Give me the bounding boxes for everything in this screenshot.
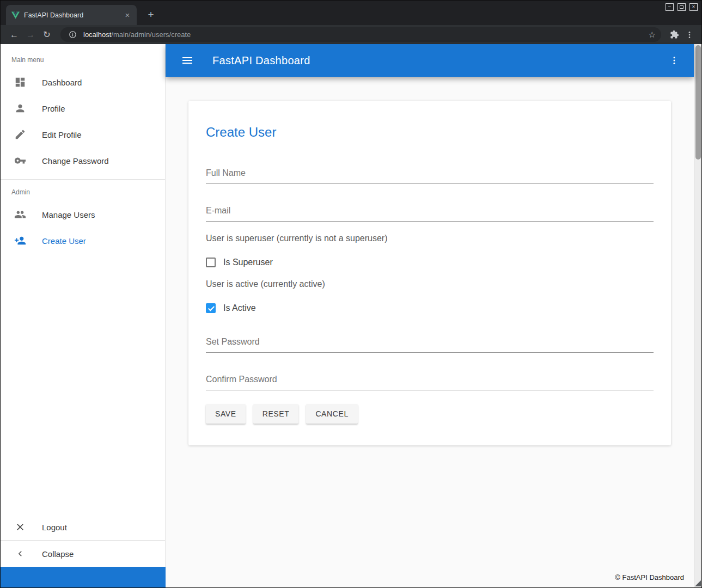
dashboard-icon — [14, 76, 27, 89]
page: Main menu Dashboard Profile — [1, 44, 701, 587]
close-x-icon — [14, 520, 27, 534]
pencil-icon — [14, 128, 27, 141]
forward-icon[interactable]: → — [23, 28, 38, 42]
full-name-field — [206, 168, 654, 184]
extensions-icon[interactable] — [668, 28, 681, 41]
is-active-label[interactable]: Is Active — [223, 303, 256, 313]
sidebar-item-change-password[interactable]: Change Password — [1, 148, 165, 174]
scrollbar-thumb[interactable] — [695, 45, 701, 160]
tab-close-icon[interactable]: × — [123, 10, 132, 20]
sidebar: Main menu Dashboard Profile — [1, 44, 166, 567]
set-password-field — [206, 337, 654, 353]
bookmark-star-icon[interactable]: ☆ — [649, 30, 656, 40]
confirm-password-input[interactable] — [206, 375, 654, 390]
window-controls: − × — [666, 3, 698, 11]
person-add-icon — [14, 234, 27, 247]
sidebar-item-label: Dashboard — [42, 78, 82, 87]
appbar-title: FastAPI Dashboard — [212, 54, 668, 67]
url-text: localhost/main/admin/users/create — [83, 30, 644, 39]
sidebar-item-dashboard[interactable]: Dashboard — [1, 69, 165, 95]
save-button[interactable]: SAVE — [206, 404, 246, 424]
content-area: Create User User is superuser (currently… — [166, 77, 694, 567]
hamburger-menu-icon[interactable] — [181, 54, 194, 67]
reload-icon[interactable]: ↻ — [40, 28, 54, 42]
browser-titlebar: FastAPI Dashboard × + − × — [1, 1, 701, 25]
browser-window: FastAPI Dashboard × + − × ← → ↻ localhos… — [0, 0, 702, 588]
new-tab-button[interactable]: + — [144, 9, 157, 21]
sidebar-item-label: Logout — [42, 523, 67, 532]
url-host: localhost — [83, 30, 111, 39]
active-hint-text: User is active (currently active) — [206, 279, 654, 289]
sidebar-spacer — [1, 254, 165, 514]
is-active-row[interactable]: Is Active — [206, 303, 654, 313]
people-icon — [14, 208, 27, 221]
page-scrollbar[interactable] — [694, 44, 701, 587]
url-field[interactable]: localhost/main/admin/users/create ☆ — [60, 27, 661, 42]
url-path: /main/admin/users/create — [111, 30, 191, 39]
appbar: FastAPI Dashboard — [166, 44, 694, 77]
sidebar-item-profile[interactable]: Profile — [1, 95, 165, 121]
sidebar-item-collapse[interactable]: Collapse — [1, 541, 165, 567]
sidebar-item-logout[interactable]: Logout — [1, 514, 165, 540]
full-name-input[interactable] — [206, 168, 654, 184]
confirm-password-field — [206, 375, 654, 390]
browser-addressbar: ← → ↻ localhost/main/admin/users/create … — [1, 25, 701, 44]
sidebar-item-manage-users[interactable]: Manage Users — [1, 201, 165, 228]
sidebar-item-label: Create User — [42, 236, 86, 246]
minimize-button[interactable]: − — [666, 3, 674, 11]
sidebar-section-admin: Admin — [1, 180, 165, 201]
maximize-button[interactable] — [677, 3, 686, 11]
browser-menu-icon[interactable] — [683, 28, 696, 41]
create-user-card: Create User User is superuser (currently… — [188, 101, 671, 445]
sidebar-item-label: Change Password — [42, 156, 109, 166]
footer-copyright: © FastAPI Dashboard — [166, 567, 694, 587]
sidebar-item-label: Collapse — [42, 549, 74, 559]
close-button[interactable]: × — [689, 3, 698, 11]
sidebar-item-label: Edit Profile — [42, 130, 82, 139]
is-active-checkbox[interactable] — [206, 303, 216, 313]
favicon-vue-icon — [11, 11, 20, 19]
sidebar-section-main-menu: Main menu — [1, 44, 165, 69]
chevron-left-icon — [14, 547, 27, 560]
resize-grip-icon — [695, 580, 701, 586]
is-superuser-row[interactable]: Is Superuser — [206, 258, 654, 267]
reset-button[interactable]: RESET — [253, 404, 299, 424]
superuser-hint-text: User is superuser (currently is not a su… — [206, 234, 654, 243]
page-title: Create User — [206, 125, 654, 140]
main-area: FastAPI Dashboard Create User — [166, 44, 694, 567]
sidebar-item-edit-profile[interactable]: Edit Profile — [1, 121, 165, 148]
maximize-icon — [680, 5, 683, 9]
is-superuser-checkbox[interactable] — [206, 258, 216, 267]
email-field — [206, 206, 654, 222]
key-icon — [14, 154, 27, 167]
cancel-button[interactable]: CANCEL — [306, 404, 357, 424]
sidebar-item-create-user[interactable]: Create User — [1, 228, 165, 254]
person-icon — [14, 102, 27, 115]
email-input[interactable] — [206, 206, 654, 222]
appbar-overflow-menu-icon[interactable] — [668, 54, 681, 67]
sidebar-item-label: Manage Users — [42, 210, 95, 219]
page-footer: © FastAPI Dashboard — [1, 567, 694, 587]
browser-tab[interactable]: FastAPI Dashboard × — [6, 5, 137, 25]
site-info-icon[interactable] — [66, 28, 79, 41]
set-password-input[interactable] — [206, 337, 654, 353]
form-buttons: SAVE RESET CANCEL — [206, 404, 654, 424]
sidebar-item-label: Profile — [42, 104, 65, 113]
is-superuser-label[interactable]: Is Superuser — [223, 258, 273, 267]
back-icon[interactable]: ← — [7, 28, 21, 42]
footer-accent-block — [1, 567, 166, 587]
tab-title: FastAPI Dashboard — [24, 11, 118, 19]
